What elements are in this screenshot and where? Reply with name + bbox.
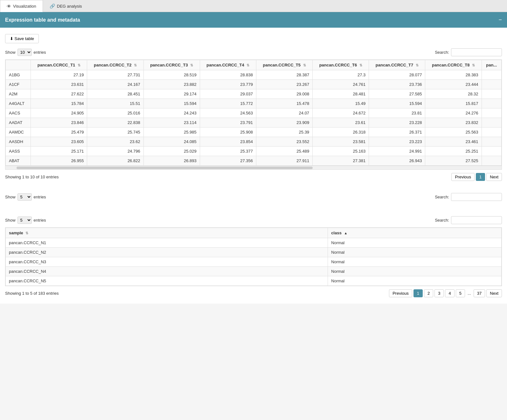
value-cell: 28.077	[369, 70, 425, 80]
second-entries-select[interactable]: 5 10 25	[17, 193, 32, 201]
meta-page-2-button[interactable]: 2	[424, 289, 433, 297]
value-cell: 25.029	[143, 147, 200, 156]
main-prev-button[interactable]: Previous	[451, 173, 475, 181]
main-next-button[interactable]: Next	[486, 173, 502, 181]
main-entries-select[interactable]: 10 25 50	[17, 49, 32, 56]
meta-ellipsis: ...	[466, 291, 472, 296]
table-row: A1BG27.1927.73128.51928.83828.38727.328.…	[6, 70, 502, 80]
col-t6[interactable]: pancan.CCRCC_T6 ⇅	[313, 60, 369, 70]
value-cell: 25.016	[87, 108, 143, 118]
meta-page-5-button[interactable]: 5	[456, 289, 465, 297]
meta-page-1-button[interactable]: 1	[413, 289, 423, 297]
sample-cell: pancan.CCRCC_N5	[6, 276, 328, 286]
value-cell: 24.672	[313, 108, 369, 118]
value-cell: 23.61	[313, 118, 369, 127]
table-row: pancan.CCRCC_N3Normal	[6, 257, 502, 267]
meta-search-box: Search:	[435, 216, 502, 224]
value-cell: 24.085	[143, 137, 200, 147]
meta-entries-label: entries	[34, 218, 46, 223]
value-cell: 23.791	[200, 118, 256, 127]
sample-cell: pancan.CCRCC_N2	[6, 248, 328, 257]
value-cell: 25.39	[256, 127, 312, 137]
col-t3[interactable]: pancan.CCRCC_T3 ⇅	[143, 60, 200, 70]
table-row: AASS25.17124.79625.02925.37725.48925.163…	[6, 147, 502, 156]
table-row: pancan.CCRCC_N2Normal	[6, 248, 502, 257]
main-table: pancan.CCRCC_T1 ⇅ pancan.CCRCC_T2 ⇅ panc…	[5, 60, 502, 166]
gene-cell: A2M	[6, 89, 31, 99]
meta-table-container: sample ⇅ class ▲ pancan.CCRCC_N1Normalpa…	[5, 227, 502, 286]
table-row: AADAT23.84622.83823.11423.79123.90923.61…	[6, 118, 502, 127]
col-t1[interactable]: pancan.CCRCC_T1 ⇅	[31, 60, 87, 70]
meta-page-3-button[interactable]: 3	[434, 289, 444, 297]
value-cell: 26.893	[143, 156, 200, 166]
main-page-1-button[interactable]: 1	[476, 173, 485, 181]
col-more: pan...	[482, 60, 501, 70]
value-cell: 23.114	[143, 118, 200, 127]
class-cell: Normal	[328, 248, 502, 257]
col-t4[interactable]: pancan.CCRCC_T4 ⇅	[200, 60, 256, 70]
meta-pagination-row: Showing 1 to 5 of 183 entries Previous 1…	[5, 289, 502, 297]
value-cell: 28.838	[200, 70, 256, 80]
extra-cell	[482, 118, 501, 127]
meta-search-input[interactable]	[451, 216, 502, 224]
col-t7[interactable]: pancan.CCRCC_T7 ⇅	[369, 60, 425, 70]
extra-cell	[482, 70, 501, 80]
value-cell: 15.478	[256, 99, 312, 108]
col-sample[interactable]: sample ⇅	[6, 228, 328, 238]
table-row: AACS24.90525.01624.24324.56324.0724.6722…	[6, 108, 502, 118]
value-cell: 24.563	[200, 108, 256, 118]
value-cell: 27.19	[31, 70, 87, 80]
col-t2[interactable]: pancan.CCRCC_T2 ⇅	[87, 60, 143, 70]
collapse-button[interactable]: −	[498, 17, 502, 23]
extra-cell	[482, 137, 501, 147]
col-class[interactable]: class ▲	[328, 228, 502, 238]
meta-prev-button[interactable]: Previous	[389, 289, 412, 297]
main-search-box: Search:	[435, 48, 502, 56]
main-search-input[interactable]	[451, 48, 502, 56]
class-cell: Normal	[328, 257, 502, 267]
sample-cell: pancan.CCRCC_N3	[6, 257, 328, 267]
value-cell: 15.594	[143, 99, 200, 108]
tab-visualization-label: Visualization	[13, 4, 36, 9]
save-table-button[interactable]: ⬇ Save table	[5, 34, 39, 43]
value-cell: 15.772	[200, 99, 256, 108]
value-cell: 24.761	[313, 80, 369, 89]
value-cell: 23.228	[369, 118, 425, 127]
gene-cell: A1CF	[6, 80, 31, 89]
col-t5[interactable]: pancan.CCRCC_T5 ⇅	[256, 60, 312, 70]
meta-entries-select[interactable]: 5 10 25	[17, 217, 32, 224]
value-cell: 26.822	[87, 156, 143, 166]
meta-table: sample ⇅ class ▲ pancan.CCRCC_N1Normalpa…	[5, 228, 502, 286]
value-cell: 23.631	[31, 80, 87, 89]
tab-visualization[interactable]: 👁 Visualization	[0, 0, 43, 12]
value-cell: 28.383	[425, 70, 482, 80]
meta-page-4-button[interactable]: 4	[445, 289, 454, 297]
value-cell: 27.381	[313, 156, 369, 166]
gene-cell: AASS	[6, 147, 31, 156]
table-row: pancan.CCRCC_N4Normal	[6, 267, 502, 276]
meta-next-button[interactable]: Next	[486, 289, 502, 297]
value-cell: 15.51	[87, 99, 143, 108]
gene-cell: A4GALT	[6, 99, 31, 108]
value-cell: 15.594	[369, 99, 425, 108]
value-cell: 22.838	[87, 118, 143, 127]
value-cell: 23.846	[31, 118, 87, 127]
value-cell: 29.037	[200, 89, 256, 99]
gene-cell: AAMDC	[6, 127, 31, 137]
meta-page-37-button[interactable]: 37	[474, 289, 485, 297]
second-search-input[interactable]	[451, 193, 502, 201]
table-row: A1CF23.63124.16723.88223.77923.26724.761…	[6, 80, 502, 89]
table-row: ABAT26.95526.82226.89327.35627.91127.381…	[6, 156, 502, 166]
value-cell: 27.3	[313, 70, 369, 80]
value-cell: 27.525	[425, 156, 482, 166]
value-cell: 27.911	[256, 156, 312, 166]
table-row: pancan.CCRCC_N1Normal	[6, 238, 502, 248]
col-t8[interactable]: pancan.CCRCC_T8 ⇅	[425, 60, 482, 70]
tab-deg-analysis[interactable]: 🔗 DEG analysis	[43, 0, 89, 12]
value-cell: 28.481	[313, 89, 369, 99]
main-search-label: Search:	[435, 50, 449, 55]
table-row: A2M27.62228.45129.17429.03729.00828.4812…	[6, 89, 502, 99]
main-table-controls: Show 10 25 50 entries Search:	[5, 48, 502, 56]
second-entries-label: entries	[34, 195, 46, 199]
main-pagination-controls: Previous 1 Next	[451, 173, 502, 181]
